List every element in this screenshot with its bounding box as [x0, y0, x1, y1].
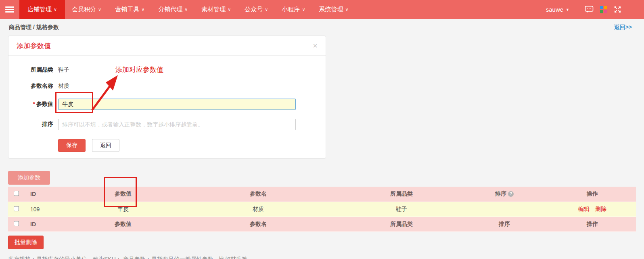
cell-param-value: 羊皮: [73, 202, 174, 217]
panel-header: 添加参数值 ×: [8, 36, 326, 56]
sort-label: 排序: [8, 121, 53, 128]
nav-item-label: 会员积分: [72, 6, 96, 13]
footer-category: 所属品类: [343, 217, 460, 232]
table-header-row: ID 参数值 参数名 所属品类 排序? 操作: [8, 187, 636, 202]
chevron-down-icon: ∨: [228, 7, 231, 12]
nav-item-label: 系统管理: [319, 6, 343, 13]
chevron-down-icon: ∨: [98, 7, 101, 12]
chevron-down-icon: ∨: [302, 7, 305, 12]
top-navbar: 店铺管理 ∨ 会员积分 ∨ 营销工具 ∨ 分销代理 ∨ 素材管理 ∨ 公众号 ∨…: [0, 0, 644, 19]
close-icon[interactable]: ×: [313, 42, 318, 50]
nav-item-distribution-agent[interactable]: 分销代理 ∨: [151, 0, 194, 19]
header-actions: 操作: [549, 187, 636, 202]
username: sauwe: [546, 6, 563, 13]
chevron-down-icon: ∨: [141, 7, 144, 12]
cell-category: 鞋子: [343, 202, 460, 217]
chevron-down-icon: ∨: [345, 7, 348, 12]
footer-param-value: 参数值: [73, 217, 174, 232]
footer-actions: 操作: [549, 217, 636, 232]
add-param-value-panel: 添加参数值 × 所属品类 鞋子 参数名称 材质 *参数值 排序 保存 返回: [8, 36, 326, 159]
sort-input[interactable]: [58, 119, 296, 130]
footer-note: 库存规格：是指库存的最小单位，称为SKU； 产品参数：是指商品的一般属性参数，比…: [8, 256, 644, 259]
table-footer-row: ID 参数值 参数名 所属品类 排序 操作: [8, 217, 636, 232]
panel-actions: 保存 返回: [58, 139, 326, 152]
cell-actions: 编辑 删除: [549, 202, 636, 217]
navbar-right: sauwe ▼: [546, 0, 644, 19]
edit-link[interactable]: 编辑: [578, 206, 590, 212]
select-all-checkbox-bottom[interactable]: [14, 221, 19, 226]
footer-param-name: 参数名: [174, 217, 343, 232]
chat-bubble-icon: [585, 6, 594, 13]
param-name-label: 参数名称: [8, 82, 53, 90]
apps-grid-button[interactable]: [600, 6, 607, 13]
nav-item-label: 公众号: [245, 6, 263, 13]
hamburger-menu-button[interactable]: [0, 0, 19, 19]
footer-id: ID: [24, 217, 73, 232]
param-value-input[interactable]: [58, 99, 296, 110]
nav-item-system-management[interactable]: 系统管理 ∨: [312, 0, 355, 19]
param-name-value: 材质: [58, 82, 69, 90]
nav-item-material-management[interactable]: 素材管理 ∨: [194, 0, 238, 19]
nav-item-label: 小程序: [282, 6, 300, 13]
select-all-checkbox[interactable]: [14, 191, 19, 196]
required-asterisk: *: [33, 101, 35, 107]
nav-item-label: 分销代理: [158, 6, 182, 13]
header-param-name: 参数名: [174, 187, 343, 202]
nav-item-marketing-tools[interactable]: 营销工具 ∨: [108, 0, 151, 19]
batch-delete-button[interactable]: 批量删除: [8, 236, 44, 249]
user-menu[interactable]: sauwe ▼: [546, 6, 569, 13]
row-checkbox[interactable]: [14, 206, 19, 211]
category-label: 所属品类: [8, 66, 53, 74]
chevron-down-icon: ∨: [265, 7, 268, 12]
fullscreen-button[interactable]: [614, 6, 621, 13]
save-button[interactable]: 保存: [58, 139, 86, 152]
fullscreen-icon: [614, 6, 621, 13]
panel-body: 所属品类 鞋子 参数名称 材质 *参数值 排序 保存 返回: [8, 56, 326, 158]
hamburger-icon: [5, 5, 14, 14]
breadcrumb-bar: 商品管理 / 规格参数 返回>>: [0, 19, 644, 36]
chevron-down-icon: ∨: [54, 7, 57, 12]
back-link[interactable]: 返回>>: [614, 24, 632, 31]
nav-item-official-account[interactable]: 公众号 ∨: [238, 0, 275, 19]
header-id: ID: [24, 187, 73, 202]
add-param-button[interactable]: 添加参数: [8, 171, 50, 185]
breadcrumb: 商品管理 / 规格参数: [9, 24, 59, 31]
header-sort: 排序?: [460, 187, 549, 202]
panel-title: 添加参数值: [17, 41, 51, 51]
header-category: 所属品类: [343, 187, 460, 202]
params-table: ID 参数值 参数名 所属品类 排序? 操作 109 羊皮 材质 鞋子 编辑 删…: [8, 187, 636, 232]
category-value: 鞋子: [58, 66, 69, 74]
header-param-value: 参数值: [73, 187, 174, 202]
apps-grid-icon: [600, 6, 607, 13]
chevron-down-icon: ∨: [184, 7, 188, 12]
nav-item-member-points[interactable]: 会员积分 ∨: [65, 0, 108, 19]
help-icon[interactable]: ?: [508, 191, 514, 197]
nav-item-mini-program[interactable]: 小程序 ∨: [275, 0, 312, 19]
nav-item-label: 店铺管理: [27, 6, 52, 13]
cell-param-name: 材质: [174, 202, 343, 217]
messages-button[interactable]: [585, 6, 594, 13]
param-value-label: *参数值: [8, 101, 53, 108]
nav-item-label: 素材管理: [201, 6, 226, 13]
cell-sort: [460, 202, 549, 217]
param-value-row: *参数值: [8, 99, 326, 110]
table-row: 109 羊皮 材质 鞋子 编辑 删除: [8, 202, 636, 217]
param-name-row: 参数名称 材质: [8, 82, 326, 90]
category-row: 所属品类 鞋子: [8, 66, 326, 74]
caret-down-icon: ▼: [566, 8, 569, 12]
delete-link[interactable]: 删除: [595, 206, 606, 212]
cell-id: 109: [24, 202, 73, 217]
nav-item-shop-management[interactable]: 店铺管理 ∨: [19, 0, 65, 19]
back-button[interactable]: 返回: [92, 139, 119, 152]
footer-sort: 排序: [460, 217, 549, 232]
sort-row: 排序: [8, 119, 326, 130]
nav-item-label: 营销工具: [115, 6, 139, 13]
